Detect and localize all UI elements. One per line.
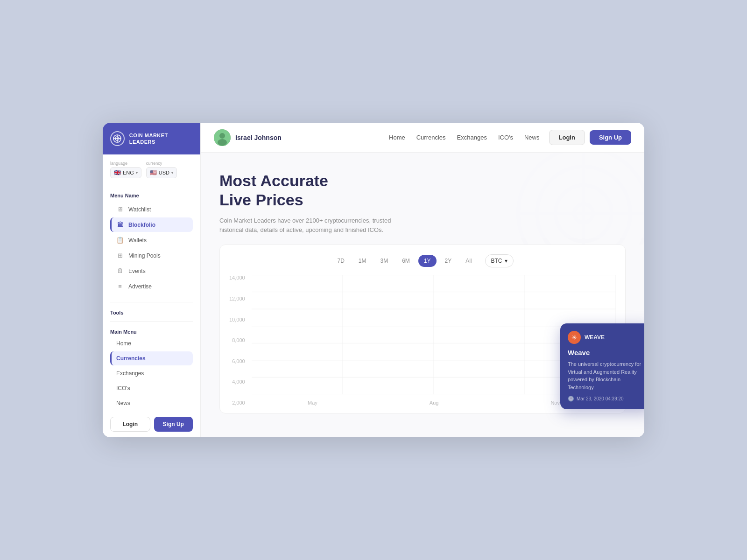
sidebar-main-home[interactable]: Home bbox=[110, 336, 193, 350]
sidebar-main-currencies[interactable]: Currencies bbox=[110, 351, 193, 365]
chart-controls: 7D 1M 3M 6M 1Y 2Y All BTC ▾ bbox=[229, 254, 616, 267]
sidebar: COIN MARKET LEADERS language 🇬🇧 ENG ▾ cu… bbox=[103, 123, 201, 437]
sidebar-divider bbox=[110, 302, 193, 302]
nav-exchanges[interactable]: Exchanges bbox=[457, 134, 487, 141]
chart-currency-label: BTC bbox=[491, 258, 502, 264]
chart-y-14000: 14,000 bbox=[229, 275, 245, 280]
currency-select[interactable]: 🇺🇸 USD ▾ bbox=[146, 167, 177, 178]
chart-x-aug: Aug bbox=[430, 400, 439, 406]
tools-label: Tools bbox=[103, 306, 200, 317]
nav-currencies[interactable]: Currencies bbox=[416, 134, 446, 141]
sidebar-main-home-label: Home bbox=[116, 340, 131, 347]
language-value: ENG bbox=[123, 170, 134, 175]
weave-card: ✳ WEAVE Weave The universal cryptocurren… bbox=[560, 323, 644, 409]
language-label: language bbox=[110, 161, 141, 166]
logo-icon bbox=[110, 131, 125, 146]
language-chevron-icon: ▾ bbox=[136, 171, 138, 175]
hero-title: Most Accurate Live Prices bbox=[219, 171, 626, 210]
sidebar-item-events[interactable]: 🗓 Events bbox=[110, 264, 193, 278]
topbar-login-button[interactable]: Login bbox=[549, 130, 585, 145]
user-name: Israel Johnson bbox=[235, 134, 282, 141]
sidebar-main-icos[interactable]: ICO's bbox=[110, 381, 193, 395]
nav-home[interactable]: Home bbox=[389, 134, 405, 141]
sidebar-main-icos-label: ICO's bbox=[116, 385, 130, 392]
sidebar-bottom-buttons: Login Sign Up bbox=[103, 411, 200, 437]
chart-btn-3m[interactable]: 3M bbox=[374, 255, 394, 267]
sidebar-item-wallets[interactable]: 📋 Wallets bbox=[110, 233, 193, 247]
chart-btn-7d[interactable]: 7D bbox=[331, 255, 350, 267]
chart-y-6000: 6,000 bbox=[229, 358, 245, 364]
nav-icos[interactable]: ICO's bbox=[498, 134, 513, 141]
sidebar-main-news-label: News bbox=[116, 400, 130, 406]
main-menu-label: Main Menu bbox=[103, 325, 200, 336]
weave-brand: WEAVE bbox=[585, 334, 605, 341]
menu-section-title: Menu Name bbox=[110, 193, 193, 198]
app-container: COIN MARKET LEADERS language 🇬🇧 ENG ▾ cu… bbox=[103, 123, 644, 437]
chart-x-may: May bbox=[308, 400, 317, 406]
logo-text: COIN MARKET LEADERS bbox=[129, 132, 193, 146]
chart-y-labels: 14,000 12,000 10,000 8,000 6,000 4,000 2… bbox=[229, 275, 249, 406]
currency-control: currency 🇺🇸 USD ▾ bbox=[146, 161, 177, 178]
sidebar-main-currencies-label: Currencies bbox=[116, 355, 146, 362]
weave-card-header: ✳ WEAVE bbox=[568, 331, 644, 344]
chart-x-nov: Nov bbox=[550, 400, 560, 406]
language-flag: 🇬🇧 bbox=[114, 169, 121, 176]
chart-y-8000: 8,000 bbox=[229, 337, 245, 343]
chart-area: 14,000 12,000 10,000 8,000 6,000 4,000 2… bbox=[229, 275, 616, 406]
nav-links: Home Currencies Exchanges ICO's News bbox=[389, 134, 539, 141]
sidebar-item-advertise[interactable]: ≡ Advertise bbox=[110, 279, 193, 294]
sidebar-main-exchanges[interactable]: Exchanges bbox=[110, 366, 193, 380]
sidebar-login-button[interactable]: Login bbox=[110, 417, 150, 432]
chart-btn-6m[interactable]: 6M bbox=[396, 255, 416, 267]
sidebar-main-exchanges-label: Exchanges bbox=[116, 370, 144, 377]
currency-value: USD bbox=[159, 170, 169, 175]
sidebar-item-mining-pools[interactable]: ⊞ Mining Pools bbox=[110, 248, 193, 263]
sidebar-signup-button[interactable]: Sign Up bbox=[154, 417, 193, 432]
nav-news[interactable]: News bbox=[524, 134, 540, 141]
wallets-icon: 📋 bbox=[116, 237, 124, 244]
hero-title-line2: Live Prices bbox=[219, 191, 303, 209]
currency-chevron-icon: ▾ bbox=[171, 171, 173, 175]
events-icon: 🗓 bbox=[116, 267, 124, 274]
currency-label: currency bbox=[146, 161, 177, 166]
sidebar-main-menu: Home Currencies Exchanges ICO's News bbox=[103, 336, 200, 411]
topbar: Israel Johnson Home Currencies Exchanges… bbox=[201, 123, 644, 153]
topbar-buttons: Login Sign Up bbox=[549, 130, 632, 145]
chart-y-10000: 10,000 bbox=[229, 317, 245, 322]
sidebar-item-blockfolio[interactable]: 🏛 Blockfolio bbox=[110, 217, 193, 232]
sidebar-main-news[interactable]: News bbox=[110, 396, 193, 410]
sidebar-item-label: Mining Pools bbox=[128, 252, 161, 259]
chart-btn-all[interactable]: All bbox=[460, 255, 477, 267]
clock-icon: 🕐 bbox=[568, 396, 574, 402]
hero-section: Most Accurate Live Prices Coin Market Le… bbox=[201, 153, 644, 245]
avatar bbox=[214, 129, 231, 146]
chart-btn-2y[interactable]: 2Y bbox=[439, 255, 458, 267]
chart-btn-1m[interactable]: 1M bbox=[353, 255, 372, 267]
sidebar-item-label: Watchlist bbox=[128, 206, 151, 213]
language-control: language 🇬🇧 ENG ▾ bbox=[110, 161, 141, 178]
weave-logo-icon: ✳ bbox=[568, 331, 581, 344]
chart-btn-1y[interactable]: 1Y bbox=[418, 255, 437, 267]
sidebar-item-label: Advertise bbox=[128, 283, 152, 290]
chart-currency-chevron-icon: ▾ bbox=[505, 258, 507, 264]
weave-time: Mar 23, 2020 04:39:20 bbox=[577, 396, 624, 401]
chart-y-12000: 12,000 bbox=[229, 296, 245, 301]
sidebar-item-watchlist[interactable]: 🖥 Watchlist bbox=[110, 202, 193, 217]
sidebar-logo: COIN MARKET LEADERS bbox=[103, 123, 200, 154]
sidebar-menu-section: Menu Name 🖥 Watchlist 🏛 Blockfolio 📋 Wal… bbox=[103, 185, 200, 298]
blockfolio-icon: 🏛 bbox=[116, 221, 124, 228]
currency-flag: 🇺🇸 bbox=[150, 169, 157, 176]
chart-y-4000: 4,000 bbox=[229, 379, 245, 385]
topbar-signup-button[interactable]: Sign Up bbox=[590, 130, 631, 145]
weave-title: Weave bbox=[568, 349, 644, 357]
sidebar-item-label: Wallets bbox=[128, 237, 147, 244]
chart-currency-button[interactable]: BTC ▾ bbox=[485, 254, 514, 267]
chart-y-2000: 2,000 bbox=[229, 400, 245, 406]
svg-point-5 bbox=[219, 133, 225, 139]
sidebar-controls: language 🇬🇧 ENG ▾ currency 🇺🇸 USD ▾ bbox=[103, 154, 200, 185]
advertise-icon: ≡ bbox=[116, 283, 124, 290]
sidebar-divider-2 bbox=[110, 321, 193, 322]
language-select[interactable]: 🇬🇧 ENG ▾ bbox=[110, 167, 141, 178]
weave-timestamp: 🕐 Mar 23, 2020 04:39:20 bbox=[568, 396, 644, 402]
watchlist-icon: 🖥 bbox=[116, 206, 124, 213]
